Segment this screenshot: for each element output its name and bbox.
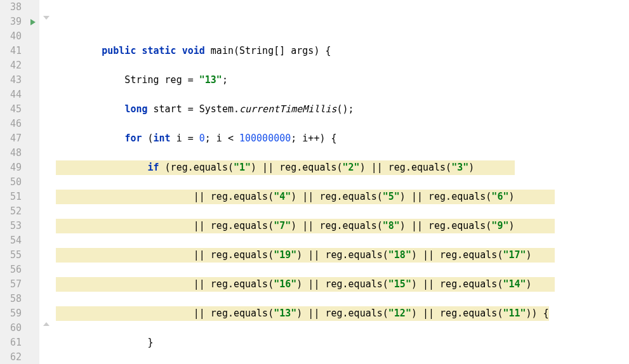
code-editor[interactable]: 38 39 40 41 42 43 44 45 46 47 48 49 50 5… bbox=[0, 0, 629, 364]
code-text: (); bbox=[337, 103, 354, 115]
line-number: 48 bbox=[0, 146, 22, 160]
code-text bbox=[56, 103, 124, 115]
line-number: 59 bbox=[0, 306, 22, 321]
line-number: 58 bbox=[0, 292, 22, 306]
code-line[interactable]: public static void main(String[] args) { bbox=[53, 44, 629, 58]
keyword: public bbox=[102, 45, 136, 56]
fold-gutter bbox=[39, 0, 53, 364]
line-number: 56 bbox=[0, 263, 22, 277]
code-text: ( bbox=[142, 133, 153, 144]
line-number: 43 bbox=[0, 73, 22, 88]
line-number: 57 bbox=[0, 277, 22, 292]
fold-open-icon[interactable] bbox=[39, 15, 53, 29]
code-line[interactable]: || reg.equals("7") || reg.equals("8") ||… bbox=[53, 219, 629, 233]
code-line[interactable]: || reg.equals("16") || reg.equals("15") … bbox=[53, 277, 629, 292]
keyword: for bbox=[124, 133, 142, 144]
highlighted-code: || reg.equals("13") || reg.equals("12") … bbox=[56, 306, 549, 321]
code-text: start = System. bbox=[148, 103, 240, 115]
fold-close-icon[interactable] bbox=[39, 321, 53, 335]
line-number: 53 bbox=[0, 219, 22, 233]
line-number: 47 bbox=[0, 131, 22, 146]
highlighted-code: if (reg.equals("1") || reg.equals("2") |… bbox=[56, 160, 515, 175]
line-number: 52 bbox=[0, 204, 22, 219]
line-number: 54 bbox=[0, 233, 22, 248]
method: currentTimeMillis bbox=[239, 103, 337, 115]
code-line[interactable]: || reg.equals("4") || reg.equals("5") ||… bbox=[53, 190, 629, 204]
code-area[interactable]: public static void main(String[] args) {… bbox=[53, 0, 629, 364]
code-line[interactable]: for (int i = 0; i < 100000000; i++) { bbox=[53, 131, 629, 146]
code-text bbox=[56, 133, 124, 144]
code-line[interactable]: || reg.equals("19") || reg.equals("18") … bbox=[53, 248, 629, 263]
code-line[interactable]: String reg = "13"; bbox=[53, 73, 629, 88]
highlighted-code: || reg.equals("4") || reg.equals("5") ||… bbox=[56, 190, 555, 204]
run-gutter-icon[interactable] bbox=[27, 15, 39, 29]
line-number: 60 bbox=[0, 321, 22, 335]
highlighted-code: || reg.equals("19") || reg.equals("18") … bbox=[56, 248, 555, 263]
line-number: 40 bbox=[0, 29, 22, 44]
line-number: 55 bbox=[0, 248, 22, 263]
line-number: 50 bbox=[0, 175, 22, 190]
number: 0 bbox=[199, 133, 205, 144]
line-number-gutter: 38 39 40 41 42 43 44 45 46 47 48 49 50 5… bbox=[0, 0, 27, 364]
code-line[interactable]: } bbox=[53, 335, 629, 350]
keyword: static bbox=[142, 45, 176, 56]
code-text: main(String[] args) { bbox=[205, 45, 331, 56]
line-number: 49 bbox=[0, 160, 22, 175]
line-number: 46 bbox=[0, 117, 22, 131]
code-text: ; bbox=[222, 74, 228, 86]
line-number: 38 bbox=[0, 0, 22, 15]
line-number: 42 bbox=[0, 58, 22, 73]
line-number: 51 bbox=[0, 190, 22, 204]
keyword: void bbox=[182, 45, 205, 56]
number: 100000000 bbox=[239, 133, 291, 144]
code-line[interactable] bbox=[53, 15, 629, 29]
code-text: ; i < bbox=[205, 133, 239, 144]
highlighted-code: || reg.equals("16") || reg.equals("15") … bbox=[56, 277, 555, 292]
line-number: 44 bbox=[0, 88, 22, 102]
line-number: 45 bbox=[0, 102, 22, 117]
code-line[interactable]: long start = System.currentTimeMillis(); bbox=[53, 102, 629, 117]
line-number: 39 bbox=[0, 15, 22, 29]
code-line[interactable]: if (reg.equals("1") || reg.equals("2") |… bbox=[53, 160, 629, 175]
keyword: long bbox=[124, 103, 147, 115]
line-number: 41 bbox=[0, 44, 22, 58]
keyword: int bbox=[154, 133, 171, 144]
code-text: i = bbox=[171, 133, 199, 144]
gutter-icons bbox=[27, 0, 39, 364]
code-line[interactable]: || reg.equals("13") || reg.equals("12") … bbox=[53, 306, 629, 321]
line-number: 62 bbox=[0, 350, 22, 364]
code-text: ; i++) { bbox=[291, 133, 336, 144]
highlighted-code: || reg.equals("7") || reg.equals("8") ||… bbox=[56, 219, 555, 233]
line-number: 61 bbox=[0, 335, 22, 350]
code-text: String reg = bbox=[56, 74, 199, 86]
string-literal: "13" bbox=[199, 74, 222, 86]
